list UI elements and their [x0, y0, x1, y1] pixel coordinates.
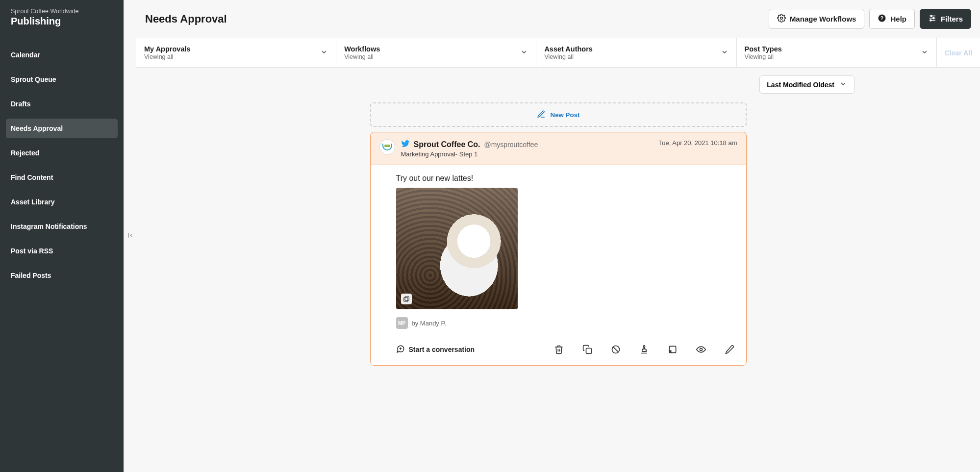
sidebar: Sprout Coffee Worldwide Publishing Calen… — [0, 0, 124, 472]
account-handle: @mysproutcoffee — [484, 141, 538, 149]
clear-all-button[interactable]: Clear All — [937, 38, 980, 67]
manage-workflows-button[interactable]: Manage Workflows — [769, 9, 865, 29]
post-text: Try out our new lattes! — [396, 174, 721, 183]
filter-sublabel: Viewing all — [745, 53, 782, 60]
start-conversation-label: Start a conversation — [409, 346, 475, 353]
svg-text:?: ? — [880, 15, 883, 21]
post-header: Sprout Coffee Co. @mysproutcoffee Market… — [371, 132, 746, 165]
stamp-icon — [639, 345, 649, 354]
note-icon — [668, 345, 678, 354]
svg-point-8 — [930, 20, 931, 21]
svg-rect-9 — [405, 297, 409, 300]
chevron-down-icon — [721, 48, 729, 57]
help-label: Help — [890, 15, 906, 23]
copy-button[interactable] — [580, 343, 594, 356]
post-byline: MP by Mandy P. — [396, 317, 721, 329]
sidebar-item-find-content[interactable]: Find Content — [6, 168, 118, 187]
chevron-down-icon — [921, 48, 929, 57]
tag-button[interactable] — [666, 343, 679, 356]
multi-image-badge-icon — [401, 294, 412, 304]
filter-label: Workflows — [344, 45, 380, 53]
filter-post-types[interactable]: Post TypesViewing all — [737, 38, 937, 67]
delete-button[interactable] — [552, 343, 566, 356]
approve-button[interactable] — [637, 343, 651, 356]
sidebar-item-drafts[interactable]: Drafts — [6, 94, 118, 114]
filters-icon — [928, 14, 937, 24]
sidebar-item-post-via-rss[interactable]: Post via RSS — [6, 241, 118, 261]
sort-dropdown[interactable]: Last Modified Oldest — [759, 75, 854, 94]
compose-icon — [537, 110, 546, 120]
comment-icon — [396, 345, 405, 355]
filter-sublabel: Viewing all — [544, 53, 593, 60]
sidebar-nav: CalendarSprout QueueDraftsNeeds Approval… — [0, 36, 124, 294]
page-title: Needs Approval — [145, 13, 227, 25]
author-name: by Mandy P. — [412, 320, 447, 327]
post-actions — [552, 343, 736, 356]
twitter-icon — [401, 139, 410, 149]
svg-point-17 — [700, 348, 702, 351]
author-avatar: MP — [396, 317, 408, 329]
edit-button[interactable] — [723, 343, 736, 356]
filters-button[interactable]: Filters — [920, 9, 971, 29]
account-avatar — [379, 139, 395, 155]
sidebar-item-asset-library[interactable]: Asset Library — [6, 192, 118, 212]
post-stack: New Post Sprout Coffee Co. — [370, 102, 747, 366]
chevron-down-icon — [520, 48, 528, 57]
filter-asset-authors[interactable]: Asset AuthorsViewing all — [536, 38, 736, 67]
svg-rect-13 — [586, 348, 591, 354]
filter-label: My Approvals — [144, 45, 191, 53]
svg-line-15 — [613, 347, 618, 352]
collapse-sidebar-icon[interactable] — [127, 232, 134, 240]
content-area: Last Modified Oldest New Post — [136, 68, 980, 472]
new-post-button[interactable]: New Post — [370, 102, 747, 127]
svg-point-6 — [933, 18, 934, 19]
post-timestamp: Tue, Apr 20, 2021 10:18 am — [658, 139, 737, 147]
sidebar-item-sprout-queue[interactable]: Sprout Queue — [6, 70, 118, 89]
filter-label: Asset Authors — [544, 45, 593, 53]
svg-point-0 — [780, 17, 783, 20]
post-image[interactable] — [396, 188, 518, 309]
reject-button[interactable] — [609, 343, 623, 356]
filter-bar: My ApprovalsViewing allWorkflowsViewing … — [136, 38, 980, 68]
org-name: Sprout Coffee Worldwide — [11, 8, 113, 15]
help-button[interactable]: ? Help — [869, 9, 915, 29]
filter-label: Post Types — [745, 45, 782, 53]
chevron-down-icon — [320, 48, 328, 57]
sidebar-item-calendar[interactable]: Calendar — [6, 45, 118, 65]
post-footer: Start a conversation — [371, 331, 746, 365]
filters-label: Filters — [941, 15, 963, 23]
new-post-label: New Post — [551, 111, 580, 119]
filter-sublabel: Viewing all — [144, 53, 191, 60]
main: Needs Approval Manage Workflows ? Help — [136, 0, 980, 472]
filter-sublabel: Viewing all — [344, 53, 380, 60]
filter-my-approvals[interactable]: My ApprovalsViewing all — [136, 38, 336, 67]
eye-icon — [696, 345, 706, 354]
post-card: Sprout Coffee Co. @mysproutcoffee Market… — [370, 132, 747, 366]
gear-icon — [777, 14, 786, 24]
trash-icon — [554, 345, 564, 354]
copy-icon — [582, 345, 592, 354]
top-actions: Manage Workflows ? Help Filters — [769, 9, 971, 29]
post-header-left: Sprout Coffee Co. @mysproutcoffee Market… — [379, 139, 538, 158]
account-title-row: Sprout Coffee Co. @mysproutcoffee — [401, 139, 538, 149]
account-name: Sprout Coffee Co. — [414, 140, 480, 149]
sort-label: Last Modified Oldest — [767, 81, 834, 89]
manage-workflows-label: Manage Workflows — [790, 15, 856, 23]
sort-row: Last Modified Oldest — [154, 75, 962, 94]
post-body: Try out our new lattes! MP by Mandy P. — [371, 165, 746, 331]
workflow-step: Marketing Approval- Step 1 — [401, 150, 538, 158]
chevron-down-icon — [839, 80, 847, 89]
sidebar-item-instagram-notifications[interactable]: Instagram Notifications — [6, 217, 118, 236]
app-section-title: Publishing — [11, 16, 113, 27]
svg-rect-10 — [403, 298, 407, 301]
topbar: Needs Approval Manage Workflows ? Help — [136, 0, 980, 38]
sidebar-item-failed-posts[interactable]: Failed Posts — [6, 266, 118, 285]
preview-button[interactable] — [694, 343, 708, 356]
svg-point-4 — [930, 15, 932, 17]
sidebar-collapse-column — [124, 0, 136, 472]
sidebar-item-rejected[interactable]: Rejected — [6, 143, 118, 163]
block-icon — [611, 345, 621, 354]
sidebar-item-needs-approval[interactable]: Needs Approval — [6, 119, 118, 138]
filter-workflows[interactable]: WorkflowsViewing all — [336, 38, 536, 67]
start-conversation-button[interactable]: Start a conversation — [396, 345, 475, 355]
